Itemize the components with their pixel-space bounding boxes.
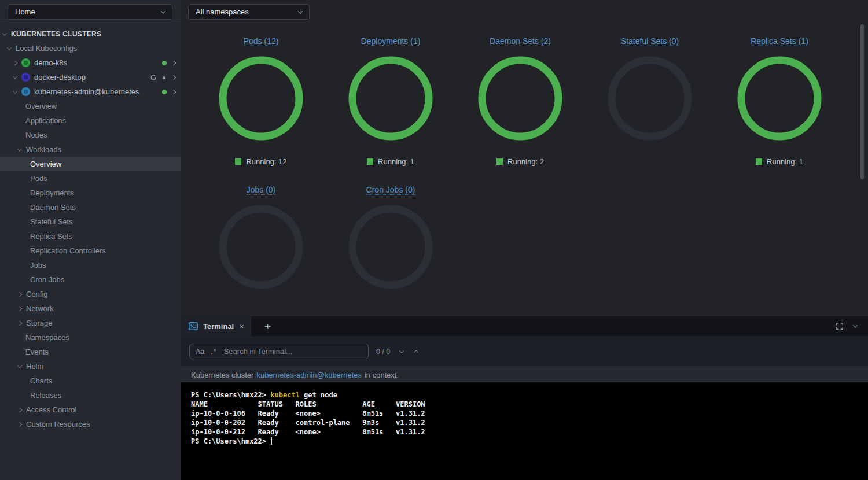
sidebar-item-stateful-sets[interactable]: Stateful Sets — [0, 215, 181, 229]
chevron-right-icon[interactable] — [171, 89, 176, 94]
sidebar-section-kubernetes-clusters[interactable]: KUBERNETES CLUSTERS — [0, 27, 181, 41]
sidebar-item-namespaces[interactable]: Namespaces — [0, 330, 181, 345]
chart-title-link[interactable]: Stateful Sets (0) — [621, 36, 679, 46]
sidebar-item-storage[interactable]: Storage — [0, 316, 181, 330]
cluster-status-dot — [162, 90, 167, 94]
sidebar-item-events[interactable]: Events — [0, 345, 181, 359]
match-case-icon[interactable]: Aa — [196, 348, 204, 356]
sidebar-item-deployments[interactable]: Deployments — [0, 186, 181, 200]
find-next-icon[interactable] — [399, 348, 404, 353]
terminal-command-args: get node — [300, 391, 337, 399]
cluster-status-dot — [162, 61, 167, 65]
sidebar-cluster-kubernetes-admin[interactable]: kubernetes-admin@kubernetes — [0, 84, 181, 99]
chart-legend: Running: 12 — [235, 156, 286, 167]
regex-icon[interactable]: .* — [211, 348, 216, 356]
chart-legend: Running: 1 — [756, 156, 803, 167]
sidebar-item-local-kubeconfigs[interactable]: Local Kubeconfigs — [0, 41, 181, 56]
cluster-label: kubernetes-admin@kubernetes — [34, 87, 139, 96]
sidebar-item-replication-controllers[interactable]: Replication Controllers — [0, 243, 181, 258]
cluster-context-link[interactable]: kubernetes-admin@kubernetes — [256, 371, 362, 379]
fullscreen-icon[interactable] — [836, 322, 844, 330]
sidebar-item-workloads[interactable]: Workloads — [0, 142, 181, 157]
terminal-prompt: PS C:\Users\hmx22> — [191, 391, 270, 399]
terminal-icon — [189, 322, 198, 330]
sidebar-item-cron-jobs[interactable]: Cron Jobs — [0, 272, 181, 287]
chevron-right-icon[interactable] — [171, 60, 176, 65]
legend-label: Running: 2 — [507, 157, 544, 166]
donut-chart[interactable] — [737, 56, 822, 141]
sidebar-item-applications[interactable]: Applications — [0, 113, 181, 128]
donut-chart[interactable] — [219, 205, 303, 289]
chart-daemon-sets: Daemon Sets (2) Running: 2 — [455, 36, 585, 167]
sidebar-item-custom-resources[interactable]: Custom Resources — [0, 417, 181, 431]
chart-pods: Pods (12) Running: 12 — [196, 36, 326, 167]
item-label: Jobs — [30, 261, 46, 269]
terminal-output[interactable]: PS C:\Users\hmx22> kubectl get node NAME… — [181, 382, 868, 480]
legend-label: Running: 12 — [246, 157, 286, 166]
terminal-info-bar: Kubernetes cluster kubernetes-admin@kube… — [181, 367, 868, 382]
chart-title-link[interactable]: Cron Jobs (0) — [366, 184, 415, 195]
catalog-context-select[interactable]: Home — [8, 4, 172, 20]
donut-chart[interactable] — [219, 56, 303, 141]
sidebar-item-nodes[interactable]: Nodes — [0, 128, 181, 142]
namespace-select[interactable]: All namespaces — [188, 4, 310, 20]
add-tab-button[interactable]: + — [264, 321, 271, 332]
dock-tab-bar: Terminal × + — [181, 316, 868, 336]
item-label: Cron Jobs — [30, 275, 64, 284]
chart-row-1: Pods (12) Running: 12 Deployments (1) Ru… — [196, 36, 868, 167]
close-icon[interactable]: × — [239, 322, 244, 331]
info-text-prefix: Kubernetes cluster — [191, 371, 253, 379]
sidebar-item-access-control[interactable]: Access Control — [0, 403, 181, 417]
namespace-bar: All namespaces — [181, 0, 868, 22]
chevron-right-icon[interactable] — [171, 75, 176, 79]
chart-title-link[interactable]: Pods (12) — [244, 36, 279, 46]
donut-chart[interactable] — [608, 56, 692, 141]
sidebar-item-config[interactable]: Config — [0, 287, 181, 301]
sidebar-item-releases[interactable]: Releases — [0, 388, 181, 403]
item-label: Pods — [30, 174, 47, 183]
donut-chart[interactable] — [348, 56, 433, 141]
chart-jobs: Jobs (0) — [196, 184, 326, 289]
chart-title-link[interactable]: Jobs (0) — [247, 184, 276, 195]
sidebar-item-pods[interactable]: Pods — [0, 171, 181, 186]
chevron-down-icon — [7, 45, 12, 50]
item-label: Storage — [26, 319, 53, 327]
sidebar-item-charts[interactable]: Charts — [0, 374, 181, 388]
chart-title-link[interactable]: Replica Sets (1) — [751, 36, 808, 46]
search-input[interactable] — [224, 347, 363, 356]
item-label: Replica Sets — [30, 232, 72, 241]
item-label: Access Control — [26, 405, 76, 414]
terminal-tab[interactable]: Terminal × — [181, 316, 251, 336]
refresh-icon[interactable] — [150, 74, 157, 81]
chevron-down-icon[interactable] — [853, 323, 858, 327]
item-label: Deployments — [30, 189, 74, 197]
chart-legend: Running: 2 — [496, 156, 544, 167]
chevron-down-icon — [2, 31, 7, 35]
donut-chart[interactable] — [348, 205, 433, 289]
item-label: Daemon Sets — [30, 203, 76, 212]
cluster-avatar — [21, 58, 30, 67]
scrollbar-thumb[interactable] — [860, 24, 864, 179]
sidebar-cluster-docker-desktop[interactable]: docker-desktop ▲ — [0, 70, 181, 84]
legend-swatch — [235, 158, 241, 165]
sidebar-item-workloads-overview[interactable]: Overview — [0, 157, 181, 171]
chart-cron-jobs: Cron Jobs (0) — [326, 184, 455, 289]
chevron-right-icon — [17, 306, 22, 311]
sidebar-item-daemon-sets[interactable]: Daemon Sets — [0, 200, 181, 215]
chart-title-link[interactable]: Deployments (1) — [361, 36, 421, 46]
find-previous-icon[interactable] — [414, 350, 418, 355]
chart-title-link[interactable]: Daemon Sets (2) — [490, 36, 551, 46]
donut-chart[interactable] — [478, 56, 562, 141]
item-label: Network — [26, 304, 54, 313]
item-label: Config — [26, 290, 48, 298]
sidebar-item-helm[interactable]: Helm — [0, 359, 181, 374]
sidebar-item-jobs[interactable]: Jobs — [0, 258, 181, 272]
sidebar-item-replica-sets[interactable]: Replica Sets — [0, 229, 181, 243]
sidebar-cluster-demo-k8s[interactable]: demo-k8s — [0, 56, 181, 70]
terminal-search-box[interactable]: Aa .* — [189, 344, 369, 359]
sidebar-item-network[interactable]: Network — [0, 301, 181, 316]
cluster-label: demo-k8s — [34, 58, 67, 67]
legend-swatch — [367, 158, 373, 165]
sidebar-item-overview[interactable]: Overview — [0, 99, 181, 113]
legend-label: Running: 1 — [767, 157, 803, 166]
